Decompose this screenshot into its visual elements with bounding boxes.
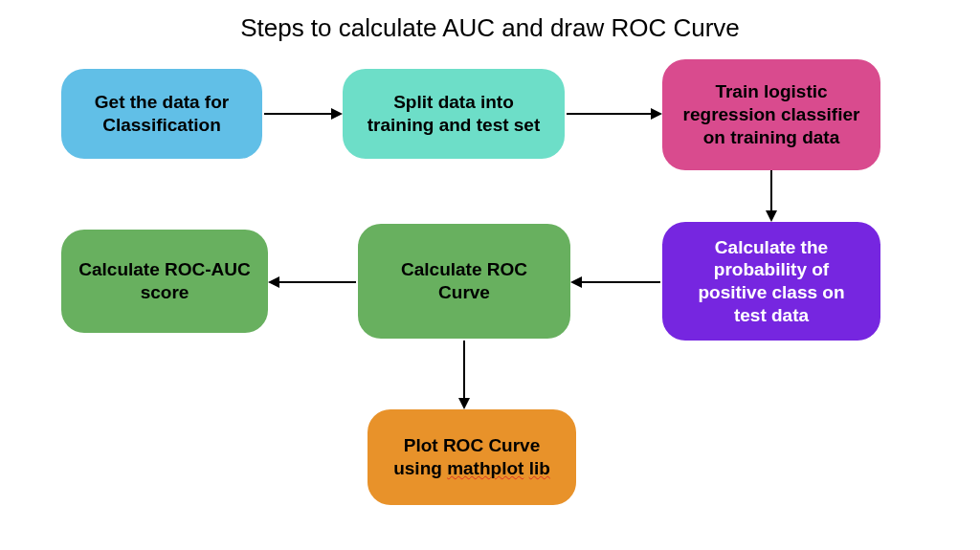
step-7-mathplot: mathplot (447, 458, 523, 478)
step-3-train-classifier: Train logistic regression classifier on … (662, 59, 880, 170)
step-7-label: Plot ROC Curve using mathplot lib (385, 434, 559, 480)
step-4-label: Calculate the probability of positive cl… (679, 236, 863, 327)
arrow-2-to-3 (567, 113, 651, 115)
step-4-calculate-probability: Calculate the probability of positive cl… (662, 222, 880, 341)
step-1-get-data: Get the data for Classification (61, 69, 262, 159)
arrow-1-to-2 (264, 113, 331, 115)
step-2-split-data: Split data into training and test set (343, 69, 565, 159)
step-3-label: Train logistic regression classifier on … (679, 80, 863, 148)
arrow-4-to-5 (582, 281, 660, 283)
arrow-3-to-4-head (766, 210, 777, 222)
arrow-1-to-2-head (331, 108, 343, 120)
step-5-calculate-roc-curve: Calculate ROC Curve (358, 224, 570, 339)
arrow-5-to-6 (279, 281, 356, 283)
step-6-calculate-roc-auc: Calculate ROC-AUC score (61, 230, 268, 333)
arrow-5-to-7-head (458, 398, 470, 409)
arrow-2-to-3-head (651, 108, 662, 120)
diagram-title: Steps to calculate AUC and draw ROC Curv… (0, 13, 980, 43)
arrow-5-to-6-head (268, 276, 279, 288)
step-5-label: Calculate ROC Curve (375, 258, 553, 304)
step-6-label: Calculate ROC-AUC score (78, 258, 251, 304)
step-2-label: Split data into training and test set (360, 91, 547, 137)
step-1-label: Get the data for Classification (78, 91, 245, 137)
arrow-5-to-7 (463, 341, 465, 398)
arrow-4-to-5-head (570, 276, 582, 288)
arrow-3-to-4 (770, 170, 772, 210)
step-7-plot-roc-curve: Plot ROC Curve using mathplot lib (368, 409, 576, 505)
step-7-lib: lib (529, 458, 550, 478)
